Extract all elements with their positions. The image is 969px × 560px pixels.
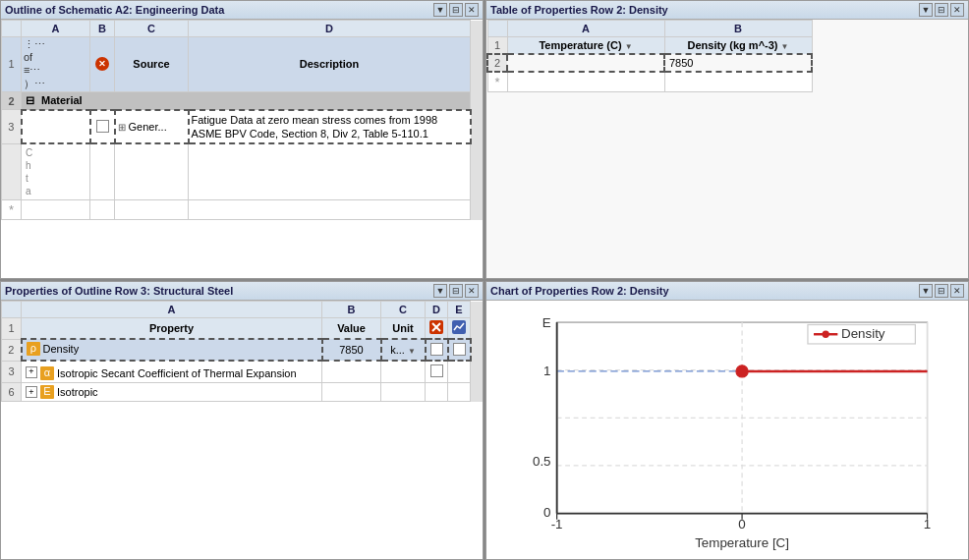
svg-text:E: E [43, 385, 50, 397]
density-cell-1b: Density (kg m^-3) ▼ [664, 37, 812, 55]
outline-cell-3d: Fatigue Data at zero mean stress comes f… [189, 110, 471, 144]
outline-star: * [2, 200, 22, 220]
outline-cell-3c: ⊞ Gener... [115, 110, 189, 144]
y-axis-label-container: Density (,10^4) [kg m^-3] [486, 301, 504, 559]
outline-col-d-header[interactable]: D [189, 21, 471, 37]
properties-row-3[interactable]: 3 + α Isotropic Secant Coefficient of Th… [2, 361, 483, 383]
density-table-controls: ▼ ⊟ ✕ [919, 3, 964, 17]
main-container: Outline of Schematic A2: Engineering Dat… [0, 0, 969, 560]
outline-star-row[interactable]: * [2, 200, 483, 220]
chart-controls: ▼ ⊟ ✕ [919, 284, 964, 298]
density-cell-2a[interactable] [507, 54, 664, 72]
outline-col-headers: A B C D [2, 21, 483, 37]
svg-text:α: α [44, 366, 51, 378]
checkbox-icon[interactable] [96, 120, 109, 133]
outline-row-1[interactable]: 1 ⋮⋯ of ≡⋯ ）⋯ ✕ Source [2, 37, 483, 92]
x-circle-icon: ✕ [95, 57, 109, 71]
outline-row-2[interactable]: 2 ⊟ Material [2, 91, 483, 110]
svg-text:E: E [542, 315, 551, 330]
density-table-pin-btn[interactable]: ▼ [919, 3, 933, 17]
outline-rownum-3: 3 [2, 110, 22, 144]
prop-cell-1e [448, 318, 471, 340]
density-table-title: Table of Properties Row 2: Density [490, 4, 668, 16]
outline-table: A B C D 1 ⋮⋯ of ≡⋯ [1, 20, 483, 220]
svg-text:ρ: ρ [29, 342, 35, 354]
chart-pin-btn[interactable]: ▼ [919, 284, 933, 298]
chart-header: Chart of Properties Row 2: Density ▼ ⊟ ✕ [486, 282, 968, 301]
unit-dropdown-icon[interactable]: ▼ [408, 347, 416, 356]
prop-cell-3e[interactable] [448, 361, 471, 383]
density-row-2[interactable]: 2 7850 [487, 54, 812, 72]
density-col-a-header[interactable]: A [507, 21, 664, 37]
outline-material-cell: ⊟ Material [22, 91, 471, 110]
prop-checkbox-2d[interactable] [430, 343, 443, 356]
outline-partial-row: Chta [2, 143, 483, 200]
outline-panel: Outline of Schematic A2: Engineering Dat… [0, 0, 484, 279]
expand-icon-3[interactable]: + [26, 366, 37, 378]
prop-cell-3a: + α Isotropic Secant Coefficient of Ther… [22, 361, 322, 383]
properties-row-6[interactable]: 6 + E Isotropic [2, 383, 483, 402]
prop-cell-2a: ρ Density [22, 339, 322, 361]
outline-col-b-header[interactable]: B [90, 21, 115, 37]
prop-cell-1b: Value [322, 318, 381, 340]
prop-col-a-header[interactable]: A [22, 302, 322, 318]
density-star-row[interactable]: * [487, 72, 812, 92]
outline-row-3[interactable]: 3 ⊞ Gener... Fatigue Data at zero mean s… [2, 110, 483, 144]
prop-cell-2d[interactable] [426, 339, 448, 361]
chart-close-btn[interactable]: ✕ [950, 284, 964, 298]
prop-col-e-header[interactable]: E [448, 302, 471, 318]
prop-checkbox-2e[interactable] [453, 343, 466, 356]
prop-cell-3b[interactable] [322, 361, 381, 383]
density-cell-1a: Temperature (C) ▼ [507, 37, 664, 55]
outline-cell-3b [90, 110, 115, 144]
outline-col-a-header[interactable]: A [22, 21, 90, 37]
prop-cell-3d[interactable] [426, 361, 448, 383]
density-corner [487, 21, 507, 37]
prop-col-c-header[interactable]: C [381, 302, 426, 318]
prop-cell-6a: + E Isotropic [22, 383, 322, 402]
temp-dropdown-icon[interactable]: ▼ [625, 42, 633, 51]
outline-cell-1c: Source [115, 37, 189, 92]
outline-pin-btn[interactable]: ▼ [433, 3, 447, 17]
properties-close-btn[interactable]: ✕ [465, 284, 479, 298]
prop-col-d-header[interactable]: D [426, 302, 448, 318]
properties-row-2[interactable]: 2 ρ Density 7850 [2, 339, 483, 361]
density-table-header: Table of Properties Row 2: Density ▼ ⊟ ✕ [486, 1, 968, 20]
properties-table: A B C D E 1 Property [1, 301, 483, 402]
outline-cell-1a: ⋮⋯ of ≡⋯ ）⋯ [22, 37, 90, 92]
density-table-close-btn[interactable]: ✕ [950, 3, 964, 17]
chart-dock-btn[interactable]: ⊟ [935, 284, 948, 298]
prop-cell-2b[interactable]: 7850 [322, 339, 381, 361]
prop-cell-1d [426, 318, 448, 340]
density-row-1[interactable]: 1 Temperature (C) ▼ Density (kg m^-3) ▼ [487, 37, 812, 55]
expand-icon-6[interactable]: + [26, 386, 37, 398]
prop-cell-2e[interactable] [448, 339, 471, 361]
properties-panel: Properties of Outline Row 3: Structural … [0, 281, 484, 560]
chart-icon [452, 320, 466, 334]
outline-dock-btn[interactable]: ⊟ [449, 3, 463, 17]
properties-dock-btn[interactable]: ⊟ [449, 284, 463, 298]
outline-title: Outline of Schematic A2: Engineering Dat… [5, 4, 224, 16]
prop-cell-2c[interactable]: k... ▼ [381, 339, 426, 361]
density-table-panel: Table of Properties Row 2: Density ▼ ⊟ ✕… [485, 0, 969, 279]
prop-col-b-header[interactable]: B [322, 302, 381, 318]
density-col-b-header[interactable]: B [664, 21, 812, 37]
density-table-content: A B 1 Temperature (C) ▼ Density (kg m^-3… [486, 20, 968, 278]
outline-controls: ▼ ⊟ ✕ [433, 3, 479, 17]
svg-point-19 [736, 365, 748, 377]
prop-checkbox-3d[interactable] [430, 364, 443, 377]
outline-rownum-1: 1 [2, 37, 22, 92]
density-dropdown-icon[interactable]: ▼ [781, 42, 789, 51]
density-rownum-1: 1 [487, 37, 507, 55]
outline-cell-1b: ✕ [90, 37, 115, 92]
outline-header: Outline of Schematic A2: Engineering Dat… [1, 1, 483, 20]
outline-col-c-header[interactable]: C [115, 21, 189, 37]
prop-cell-3c[interactable] [381, 361, 426, 383]
properties-pin-btn[interactable]: ▼ [433, 284, 447, 298]
outline-close-btn[interactable]: ✕ [465, 3, 479, 17]
density-table-dock-btn[interactable]: ⊟ [935, 3, 948, 17]
isotropic-icon: E [40, 385, 54, 399]
density-cell-2b[interactable]: 7850 [664, 54, 812, 72]
svg-text:0: 0 [543, 505, 550, 520]
prop-cell-1c: Unit [381, 318, 426, 340]
